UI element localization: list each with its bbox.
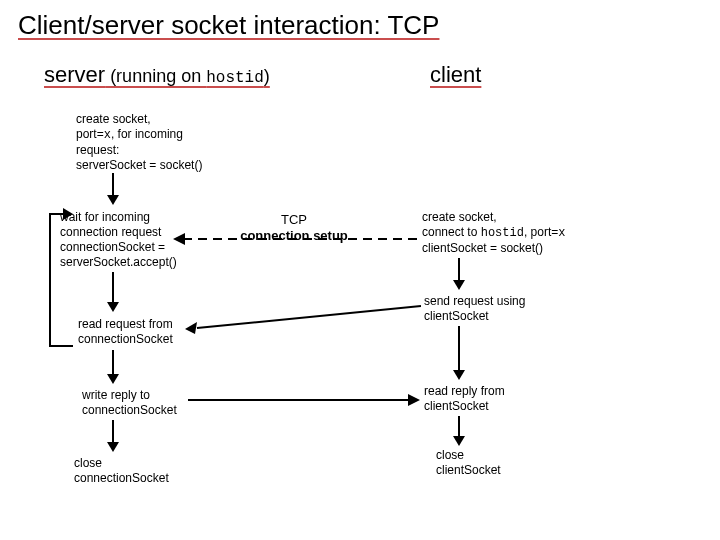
- svg-marker-5: [107, 374, 119, 384]
- svg-marker-12: [453, 280, 465, 290]
- client-step-send-request: send request using clientSocket: [424, 294, 525, 324]
- server-step-read-request: read request from connectionSocket: [78, 317, 173, 347]
- t: port=: [76, 127, 104, 141]
- arrow-down-icon: [452, 326, 466, 380]
- t: x: [104, 128, 111, 142]
- text-line: connectionSocket: [82, 403, 177, 418]
- svg-marker-1: [107, 195, 119, 205]
- text-line: clientSocket: [424, 309, 525, 324]
- server-paren-close: ): [264, 66, 270, 86]
- arrow-down-icon: [106, 272, 120, 312]
- t: connect to: [422, 225, 481, 239]
- arrow-down-icon: [106, 173, 120, 205]
- arrow-right-icon: [188, 394, 420, 408]
- text-line: connectionSocket: [78, 332, 173, 347]
- svg-marker-14: [185, 322, 197, 334]
- text-line: send request using: [424, 294, 525, 309]
- arrow-left-icon: [183, 298, 421, 338]
- client-heading: client: [430, 62, 481, 88]
- server-heading: server (running on hostid): [44, 62, 270, 88]
- server-word: server: [44, 62, 105, 87]
- slide-title: Client/server socket interaction: TCP: [18, 10, 439, 41]
- svg-marker-18: [408, 394, 420, 406]
- t: x: [558, 226, 565, 240]
- text-line: clientSocket = socket(): [422, 241, 566, 256]
- text-line: connection setup: [234, 228, 354, 244]
- text-line: request:: [76, 143, 202, 158]
- t: hostid: [481, 226, 524, 240]
- text-line: read request from: [78, 317, 173, 332]
- server-paren-open: (running on: [105, 66, 206, 86]
- text-line: clientSocket: [436, 463, 501, 478]
- text-line: close: [74, 456, 169, 471]
- arrow-down-icon: [106, 350, 120, 384]
- text-line: create socket,: [422, 210, 566, 225]
- text-line: close: [436, 448, 501, 463]
- arrow-down-icon: [452, 258, 466, 290]
- text-line: serverSocket = socket(): [76, 158, 202, 173]
- svg-marker-3: [107, 302, 119, 312]
- svg-marker-7: [107, 442, 119, 452]
- text-line: TCP: [234, 212, 354, 228]
- arrow-down-icon: [106, 420, 120, 452]
- svg-marker-20: [453, 436, 465, 446]
- text-line: create socket,: [76, 112, 202, 127]
- server-step-close: close connectionSocket: [74, 456, 169, 486]
- text-line: connect to hostid, port=x: [422, 225, 566, 241]
- client-step-create-socket: create socket, connect to hostid, port=x…: [422, 210, 566, 256]
- svg-line-13: [197, 306, 421, 328]
- server-hostid: hostid: [206, 69, 264, 87]
- text-line: clientSocket: [424, 399, 505, 414]
- client-step-close: close clientSocket: [436, 448, 501, 478]
- server-step-write-reply: write reply to connectionSocket: [82, 388, 177, 418]
- text-line: write reply to: [82, 388, 177, 403]
- text-line: read reply from: [424, 384, 505, 399]
- client-step-read-reply: read reply from clientSocket: [424, 384, 505, 414]
- text-line: port=x, for incoming: [76, 127, 202, 143]
- svg-marker-8: [63, 208, 73, 220]
- arrow-down-icon: [452, 416, 466, 446]
- server-step-create-socket: create socket, port=x, for incoming requ…: [76, 112, 202, 173]
- svg-marker-10: [173, 233, 185, 245]
- text-line: connectionSocket: [74, 471, 169, 486]
- tcp-setup-label: TCP connection setup: [234, 212, 354, 243]
- t: , for incoming: [111, 127, 183, 141]
- svg-marker-16: [453, 370, 465, 380]
- loop-back-arrow-icon: [40, 206, 80, 352]
- t: , port=: [524, 225, 558, 239]
